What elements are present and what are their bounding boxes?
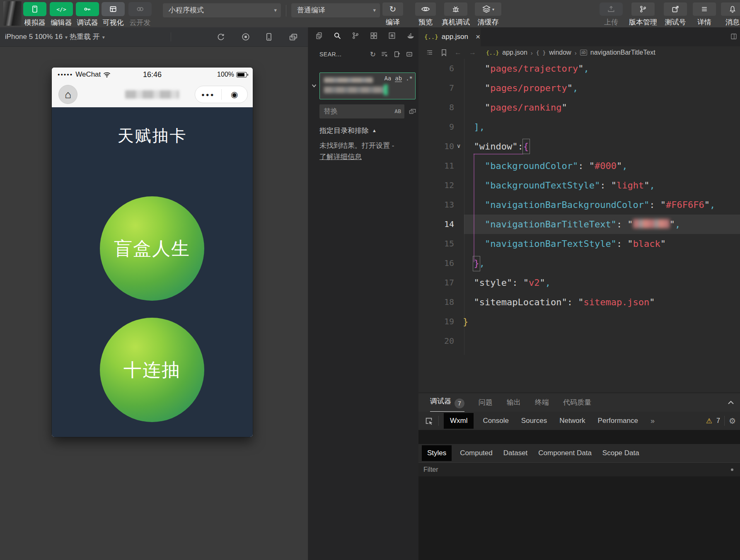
split-editor-icon[interactable] — [730, 33, 738, 40]
code-line-12[interactable]: 12 "backgroundTextStyle": "light", — [418, 176, 740, 195]
tab-computed[interactable]: Computed — [460, 449, 492, 457]
capsule-menu[interactable]: ●●● ◉ — [195, 86, 248, 103]
exit-target-icon[interactable]: ◉ — [222, 90, 248, 99]
code-line-8[interactable]: 8 "pages/ranking" — [418, 98, 740, 117]
phone-simulator: ●●●●● WeChat 16:46 100% ⌂ ●●● ◉ 天赋抽卡 盲盒人… — [52, 68, 253, 437]
docker-icon[interactable] — [406, 31, 414, 40]
compile-mode-dropdown[interactable]: 普通编译 ▾ — [291, 3, 380, 17]
code-line-11[interactable]: 11 "backgroundColor": "#000", — [418, 156, 740, 176]
code-editor[interactable]: 6 "pages/trajectory",7 "pages/property",… — [418, 59, 740, 393]
cloud-dev-toggle[interactable]: 云开发 — [128, 2, 152, 27]
style-filter-input[interactable]: Filter — [418, 462, 740, 476]
gear-icon[interactable]: ⚙ — [729, 416, 736, 426]
fold-chevron-icon[interactable]: ∨ — [457, 136, 461, 156]
search-icon[interactable] — [333, 31, 341, 40]
search-panel-title: SEAR... — [319, 51, 341, 58]
hot-reload-dropdown[interactable]: 热重载 开▾ — [70, 27, 105, 46]
collapse-results-icon[interactable] — [406, 51, 413, 58]
code-line-16[interactable]: 16 }, — [418, 253, 740, 273]
tab-app-json[interactable]: {..} app.json × — [418, 27, 481, 46]
preserve-case-icon[interactable]: AB — [394, 104, 401, 118]
record-icon[interactable] — [241, 32, 250, 41]
code-line-6[interactable]: 6 "pages/trajectory", — [418, 59, 740, 78]
source-control-icon[interactable] — [351, 31, 360, 40]
tab-wxml[interactable]: Wxml — [444, 413, 474, 429]
collapse-panel-icon[interactable] — [728, 400, 734, 406]
test-account-button[interactable]: 测试号 — [664, 2, 687, 27]
multi-window-icon[interactable] — [288, 32, 298, 41]
tab-styles[interactable]: Styles — [422, 445, 452, 461]
debugger-toggle[interactable]: 调试器 — [76, 2, 99, 27]
visualization-toggle[interactable]: 可视化 — [102, 2, 125, 27]
tab-performance[interactable]: Performance — [598, 417, 638, 425]
phone-frame-icon[interactable] — [264, 32, 273, 41]
more-tabs-icon[interactable]: » — [651, 417, 655, 425]
version-control-button[interactable]: 版本管理 — [629, 2, 657, 27]
tab-terminal[interactable]: 终端 — [535, 398, 549, 407]
tab-problems[interactable]: 问题 — [479, 398, 493, 407]
learn-more-link[interactable]: 了解详细信息 — [319, 152, 362, 162]
new-search-editor-icon[interactable] — [393, 51, 401, 58]
warning-icon[interactable]: ⚠ — [706, 417, 712, 425]
code-line-13[interactable]: 13 "navigationBarBackgroundColor": "#F6F… — [418, 195, 740, 215]
replace-all-icon[interactable] — [409, 107, 416, 115]
regex-icon[interactable]: .* — [406, 75, 413, 82]
mode-dropdown[interactable]: 小程序模式 ▾ — [163, 3, 281, 17]
search-input[interactable]: Aa ab .* — [319, 72, 416, 99]
code-line-20[interactable]: 20 — [418, 331, 740, 351]
code-line-9[interactable]: 9 ], — [418, 117, 740, 137]
clear-cache-button[interactable]: ▾ 清缓存 — [475, 2, 501, 27]
home-button[interactable]: ⌂ — [58, 85, 77, 104]
close-tab-icon[interactable]: × — [476, 32, 480, 41]
refresh-search-icon[interactable]: ↻ — [370, 50, 376, 59]
replace-input[interactable]: 替换 AB — [319, 104, 404, 118]
outline-icon[interactable] — [426, 49, 433, 56]
toggle-replace-chevron-icon[interactable] — [311, 83, 317, 89]
npm-icon[interactable] — [388, 31, 396, 40]
tab-scope-data[interactable]: Scope Data — [602, 449, 639, 457]
filter-options-icon[interactable] — [731, 468, 733, 471]
extensions-icon[interactable] — [370, 31, 378, 40]
bookmark-icon[interactable] — [441, 49, 447, 56]
compile-button[interactable]: ↻ 编译 — [382, 2, 403, 27]
breadcrumb[interactable]: {..} app.json › { } window › ab navigati… — [486, 49, 655, 56]
whole-word-icon[interactable]: ab — [395, 75, 402, 82]
details-button[interactable]: 详情 — [693, 2, 716, 27]
tab-sources[interactable]: Sources — [521, 417, 547, 425]
tab-code-quality[interactable]: 代码质量 — [563, 398, 591, 407]
draw-button-ten[interactable]: 十连抽 — [100, 318, 204, 422]
preview-button[interactable]: 预览 — [415, 2, 436, 27]
draw-button-single[interactable]: 盲盒人生 — [100, 196, 204, 301]
tab-network[interactable]: Network — [559, 417, 585, 425]
code-line-19[interactable]: 19} — [418, 312, 740, 331]
code-line-17[interactable]: 17 "style": "v2", — [418, 273, 740, 292]
tab-output[interactable]: 输出 — [507, 398, 521, 407]
tab-console[interactable]: Console — [483, 417, 508, 425]
explorer-icon[interactable] — [315, 31, 323, 40]
files-to-include-toggle[interactable]: 指定目录和排除▲ — [319, 126, 377, 135]
messages-button[interactable]: 消息 — [721, 2, 740, 27]
code-line-14[interactable]: 14 "navigationBarTitleText": "", — [418, 215, 740, 234]
remote-debug-button[interactable]: 真机调试 — [442, 2, 470, 27]
code-line-18[interactable]: 18 "sitemapLocation": "sitemap.json" — [418, 292, 740, 312]
device-dropdown[interactable]: iPhone 5 100% 16▾ — [5, 27, 68, 46]
match-case-icon[interactable]: Aa — [384, 75, 391, 82]
nav-back-icon[interactable]: ← — [455, 48, 462, 57]
code-line-15[interactable]: 15 "navigationBarTextStyle": "black" — [418, 234, 740, 253]
line-number: 11 — [418, 156, 454, 176]
tab-debugger[interactable]: 调试器7 — [430, 396, 464, 408]
user-avatar[interactable] — [3, 1, 22, 26]
editor-toggle[interactable]: </> 编辑器 — [50, 2, 73, 27]
tab-component-data[interactable]: Component Data — [538, 449, 592, 457]
clear-results-icon[interactable] — [381, 51, 388, 58]
tab-dataset[interactable]: Dataset — [503, 449, 528, 457]
simulator-toggle[interactable]: 模拟器 — [23, 2, 46, 27]
nav-forward-icon[interactable]: → — [469, 48, 476, 57]
more-dots-icon[interactable]: ●●● — [195, 92, 221, 98]
battery-icon — [236, 72, 249, 78]
code-line-10[interactable]: 10∨ "window":{ — [418, 137, 740, 156]
rotate-icon[interactable] — [216, 32, 225, 41]
inspect-element-icon[interactable] — [424, 416, 433, 425]
debugger-label: 调试器 — [76, 18, 99, 27]
code-line-7[interactable]: 7 "pages/property", — [418, 78, 740, 98]
